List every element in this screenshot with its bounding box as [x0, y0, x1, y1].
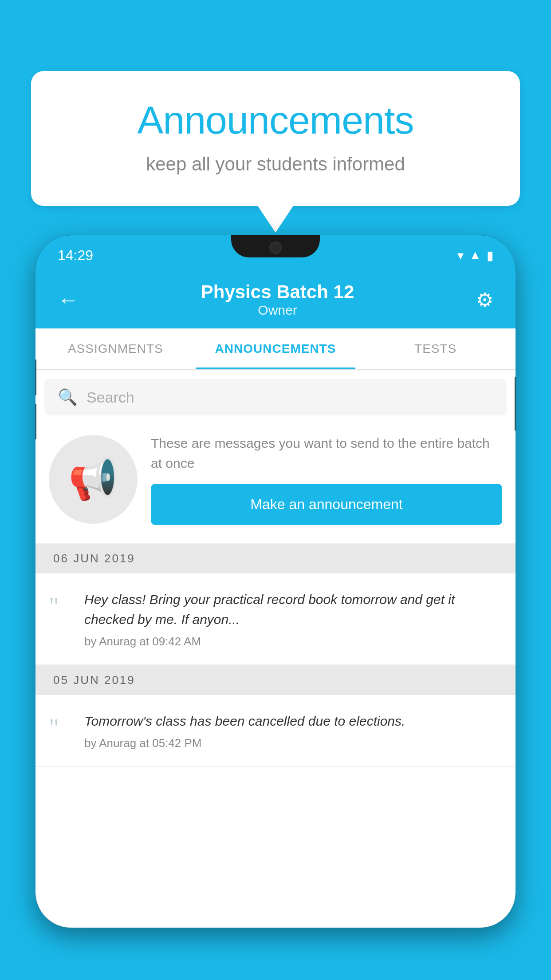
announcement-promo-right: These are messages you want to send to t…: [151, 433, 502, 525]
app-bar-title-container: Physics Batch 12 Owner: [201, 281, 354, 318]
bubble-subtitle: keep all your students informed: [67, 154, 484, 175]
volume-down-button: [35, 404, 36, 439]
speech-bubble-section: Announcements keep all your students inf…: [31, 71, 520, 233]
front-camera: [269, 241, 282, 254]
make-announcement-button[interactable]: Make an announcement: [151, 484, 502, 525]
bubble-title: Announcements: [67, 98, 484, 143]
search-placeholder: Search: [87, 389, 134, 406]
quote-icon-2: ": [49, 711, 71, 740]
tab-announcements[interactable]: ANNOUNCEMENTS: [196, 328, 356, 369]
phone-content: ASSIGNMENTS ANNOUNCEMENTS TESTS 🔍 Search…: [35, 328, 516, 928]
date-separator-2: 05 JUN 2019: [35, 665, 516, 695]
announcement-promo-text: These are messages you want to send to t…: [151, 433, 502, 473]
phone-container: 14:29 ▾ ▲ ▮ ← Physics Batch 12 Owner ⚙ A…: [35, 235, 516, 980]
tab-assignments[interactable]: ASSIGNMENTS: [35, 328, 196, 369]
search-icon: 🔍: [58, 388, 78, 407]
announcement-item-1: " Hey class! Bring your practical record…: [35, 573, 516, 665]
announcement-text-2: Tomorrow's class has been cancelled due …: [84, 711, 502, 731]
announcement-content-2: Tomorrow's class has been cancelled due …: [84, 711, 502, 750]
announcement-meta-1: by Anurag at 09:42 AM: [84, 635, 502, 648]
announcement-meta-2: by Anurag at 05:42 PM: [84, 736, 502, 750]
speech-bubble: Announcements keep all your students inf…: [31, 71, 520, 206]
announcement-content-1: Hey class! Bring your practical record b…: [84, 589, 502, 648]
quote-icon-1: ": [49, 589, 71, 619]
announcement-promo: 📢 These are messages you want to send to…: [35, 415, 516, 544]
announcement-item-2: " Tomorrow's class has been cancelled du…: [35, 695, 516, 767]
date-separator-1: 06 JUN 2019: [35, 544, 516, 573]
announcement-text-1: Hey class! Bring your practical record b…: [84, 589, 502, 629]
app-bar: ← Physics Batch 12 Owner ⚙: [35, 271, 516, 328]
back-button[interactable]: ←: [58, 288, 79, 312]
announcement-icon-circle: 📢: [49, 435, 138, 524]
wifi-icon: ▾: [457, 248, 464, 263]
megaphone-icon: 📢: [68, 456, 118, 502]
phone-notch: [231, 235, 320, 257]
tab-tests[interactable]: TESTS: [355, 328, 516, 369]
app-bar-title: Physics Batch 12: [201, 281, 354, 303]
tabs-container: ASSIGNMENTS ANNOUNCEMENTS TESTS: [35, 328, 516, 370]
battery-icon: ▮: [487, 248, 493, 263]
status-time: 14:29: [58, 247, 93, 264]
search-bar[interactable]: 🔍 Search: [44, 379, 507, 415]
settings-icon[interactable]: ⚙: [476, 288, 493, 311]
phone-frame: 14:29 ▾ ▲ ▮ ← Physics Batch 12 Owner ⚙ A…: [35, 235, 516, 928]
power-button: [515, 377, 516, 431]
status-icons: ▾ ▲ ▮: [457, 248, 493, 263]
signal-icon: ▲: [469, 248, 481, 262]
bubble-arrow: [258, 206, 293, 233]
app-bar-subtitle: Owner: [201, 303, 354, 318]
